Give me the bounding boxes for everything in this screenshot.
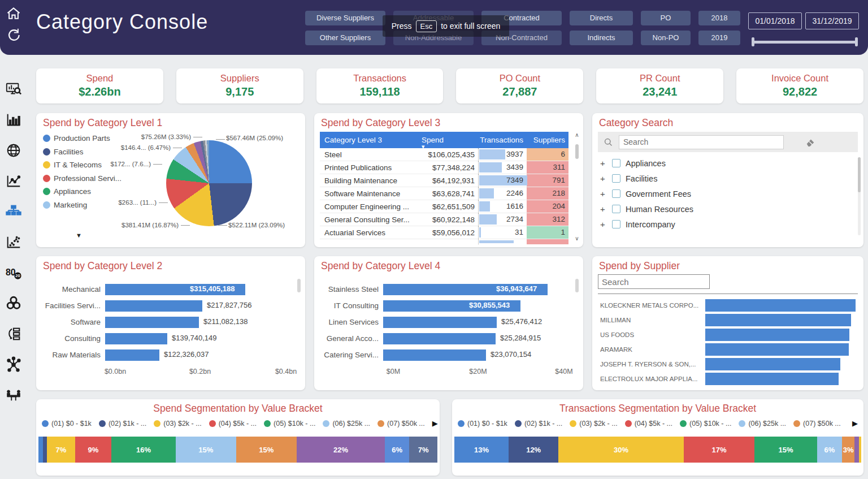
legend-item[interactable]: (04) $5k - ...	[209, 420, 257, 428]
slicer-directs[interactable]: Directs	[570, 11, 633, 25]
segment[interactable]: 17%	[684, 437, 754, 463]
bar[interactable]	[705, 358, 840, 370]
segment[interactable]: 22%	[297, 437, 385, 463]
chevron-down-icon[interactable]	[76, 232, 82, 239]
expand-icon[interactable]	[600, 174, 607, 183]
bar[interactable]	[105, 300, 202, 312]
pie-chart[interactable]	[166, 140, 252, 226]
slicer-non-po[interactable]: Non-PO	[641, 31, 691, 45]
expand-icon[interactable]	[600, 158, 607, 168]
bar-chart-icon[interactable]	[5, 111, 22, 128]
scroll-down-icon[interactable]: ∨	[573, 235, 581, 241]
bar[interactable]	[383, 333, 496, 344]
chart-scrollbar[interactable]	[575, 279, 579, 292]
bar[interactable]	[383, 317, 497, 328]
tree-item[interactable]: Appliances	[600, 158, 693, 168]
table-scrollbar[interactable]: ∧∨	[573, 132, 581, 241]
expand-icon[interactable]	[600, 189, 607, 198]
segment[interactable]: 30%	[558, 437, 683, 463]
legend-item[interactable]: (03) $2k - ...	[570, 420, 617, 428]
scatter-plot-icon[interactable]	[5, 234, 22, 251]
legend-item[interactable]: (07) $50k ...	[377, 420, 425, 428]
tree-item[interactable]: Intercompany	[600, 219, 693, 229]
table-row[interactable]: Computer Engineering ...$62,651,509 1616…	[320, 200, 568, 213]
date-to-input[interactable]: 31/12/2019	[805, 12, 859, 29]
bar[interactable]	[383, 349, 486, 361]
segment[interactable]: 15%	[236, 437, 297, 463]
meeting-icon[interactable]	[5, 386, 22, 403]
segment[interactable]	[854, 437, 858, 463]
legend-item[interactable]: (07) $50k ...	[793, 420, 841, 428]
tree-item[interactable]: Human Resources	[600, 204, 693, 214]
eraser-icon[interactable]	[805, 137, 815, 147]
legend-item[interactable]: (06) $25k ...	[739, 420, 786, 428]
segment[interactable]: 9%	[75, 437, 111, 463]
scroll-thumb[interactable]	[858, 157, 861, 192]
scroll-up-icon[interactable]: ∧	[573, 132, 581, 138]
segment[interactable]: 3%	[842, 437, 854, 463]
table-row[interactable]: General Consulting Ser...$60,922,148 273…	[320, 213, 568, 226]
checkbox[interactable]	[612, 159, 620, 167]
legend-item[interactable]: (01) $0 - $1k	[42, 420, 92, 428]
expand-icon[interactable]	[600, 219, 607, 229]
bar[interactable]	[105, 317, 199, 328]
expand-icon[interactable]	[600, 204, 607, 214]
date-range-slider[interactable]	[752, 37, 858, 46]
segment[interactable]	[38, 437, 43, 463]
slider-track[interactable]	[752, 41, 858, 44]
supplier-search-input[interactable]	[598, 274, 710, 289]
legend-next-icon[interactable]	[852, 419, 858, 428]
legend-item[interactable]: Production Parts	[43, 134, 121, 143]
segment[interactable]: 16%	[111, 437, 176, 463]
column-header-spend[interactable]: Spend	[420, 136, 478, 144]
process-list-icon[interactable]	[5, 325, 22, 342]
segment[interactable]: 15%	[754, 437, 817, 463]
column-header-category[interactable]: Category Level 3	[320, 136, 420, 144]
slicer-other-suppliers[interactable]: Other Suppliers	[305, 31, 385, 45]
legend-item[interactable]: Facilities	[43, 148, 121, 156]
line-chart-icon[interactable]	[5, 172, 22, 189]
legend-item[interactable]: (02) $1k - ...	[99, 420, 146, 428]
bar[interactable]	[705, 314, 851, 326]
slicer-po[interactable]: PO	[641, 11, 691, 25]
table-row[interactable]: Printed Publications$77,348,224 3439 311	[320, 161, 568, 174]
checkbox[interactable]	[612, 205, 620, 213]
chart-scrollbar[interactable]	[297, 279, 301, 292]
segment[interactable]: 7%	[47, 437, 75, 463]
table-row[interactable]: Actuarial Services$59,056,012 31 1	[320, 226, 568, 239]
slicer-diverse-suppliers[interactable]: Diverse Suppliers	[305, 11, 385, 25]
table-row[interactable]: Building Maintenance$64,192,931 7349 791	[320, 174, 568, 187]
screen-search-icon[interactable]	[5, 81, 22, 98]
checkbox[interactable]	[612, 189, 620, 198]
bar[interactable]	[705, 329, 849, 341]
legend-item[interactable]: (06) $25k ...	[323, 420, 370, 428]
refresh-icon[interactable]	[6, 27, 21, 43]
legend-item[interactable]: Marketing	[43, 201, 121, 209]
bar[interactable]	[105, 333, 167, 344]
legend-item[interactable]: (05) $10k - ...	[680, 420, 731, 428]
network-icon[interactable]	[5, 356, 22, 373]
slicer-indirects[interactable]: Indirects	[570, 31, 633, 45]
pareto-80-20-icon[interactable]: 8020	[5, 264, 22, 281]
home-icon[interactable]	[6, 6, 21, 21]
legend-item[interactable]: Appliances	[43, 187, 121, 196]
bar[interactable]	[705, 343, 849, 356]
checkbox[interactable]	[612, 220, 620, 228]
checkbox[interactable]	[612, 174, 620, 183]
tree-item[interactable]: Facilities	[600, 174, 693, 183]
bar[interactable]	[705, 299, 856, 312]
legend-item[interactable]: (04) $5k - ...	[625, 420, 672, 428]
scroll-thumb[interactable]	[575, 144, 579, 159]
column-header-suppliers[interactable]: Suppliers	[527, 132, 568, 148]
table-row[interactable]: Steel$106,025,435 3937 6	[320, 148, 568, 161]
legend-item[interactable]: (03) $2k - ...	[154, 420, 201, 428]
venn-rings-icon[interactable]	[5, 295, 22, 312]
segment[interactable]: 15%	[176, 437, 236, 463]
bar[interactable]	[705, 373, 839, 385]
segment[interactable]: 6%	[817, 437, 842, 463]
legend-item[interactable]: IT & Telecoms	[43, 161, 121, 169]
legend-item[interactable]: (01) $0 - $1k	[458, 420, 507, 428]
globe-icon[interactable]	[5, 142, 22, 159]
slicer-2018[interactable]: 2018	[698, 11, 740, 25]
segment[interactable]: 6%	[385, 437, 409, 463]
